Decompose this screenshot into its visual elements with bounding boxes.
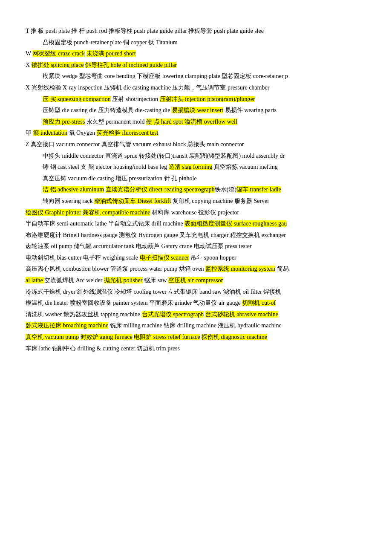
text-line: 模温机 die heater 喷粉室回收设备 painter system 平面… (26, 298, 375, 309)
normal-text: 半自动车床 semi-automatic lathe 半自动立式钻床 drill… (26, 220, 184, 227)
line-prefix: X (26, 62, 30, 68)
line-prefix: W (26, 50, 31, 57)
normal-text: 压铸型 die casting die 压力铸造模具 die-casting d… (43, 107, 172, 113)
text-line: 真空机 vacuum pump 时效炉 aging furnace 电阻炉 st… (26, 332, 375, 343)
highlighted-text: 兼容机 compatible machine (83, 209, 150, 216)
line-prefix: Z (26, 141, 29, 147)
normal-text: 锯床 saw (143, 277, 168, 283)
highlighted-text: 台式光谱仪 spectrograph (142, 311, 204, 318)
normal-text: 真空熔炼 vacuum melting (212, 164, 278, 170)
normal-text (32, 130, 33, 136)
highlighted-text: 硬 点 hard spot 溢流槽 overflow well (146, 119, 237, 125)
normal-text: 材料库 warehouse 投影仪 projector (150, 209, 239, 216)
text-line: 真空压铸 vacuum die casting 增压 pressurizatio… (26, 173, 375, 185)
highlighted-text: 压 实 (43, 96, 58, 102)
highlighted-text: 造渣 slag forming (169, 164, 213, 170)
text-line: 冷冻式干燥机 dryer 红外线测温仪 冷却塔 cooling tower 立式… (26, 286, 375, 298)
normal-text: 铣床 milling machine 钻床 drilling machine 液… (108, 322, 281, 329)
highlighted-text: 压射冲头 injection piston(ram)/plunger (160, 96, 255, 102)
normal-text: 简易 (275, 266, 289, 272)
highlighted-text: squeezing compaction (58, 96, 111, 102)
text-line: 铸 钢 cast steel 支 架 ejector housing/mold … (26, 162, 375, 173)
text-line: T 推 板 push plate 推 杆 push rod 推板导柱 push … (26, 26, 375, 37)
text-line: X 镶拼处 splicing place 斜导柱孔 hole of inclin… (26, 60, 375, 71)
normal-text: 模温机 die heater 喷粉室回收设备 painter system 平面… (26, 300, 242, 306)
text-line: 半自动车床 semi-automatic lathe 半自动立式钻床 drill… (26, 218, 375, 230)
highlighted-text: 卧式液压拉床 (26, 322, 63, 329)
highlighted-text: 绘图仪 (26, 209, 45, 216)
normal-text: 转向器 steering rack (43, 198, 94, 204)
highlighted-text: 罐车 transfer ladle (236, 186, 281, 193)
highlighted-text: 网状裂纹 craze crack (32, 50, 85, 57)
text-line: 电动斜切机 bias cutter 电子秤 weighing scale 电子扫… (26, 252, 375, 264)
normal-text: 铸 钢 cast steel 支 架 ejector housing/mold … (43, 164, 169, 170)
text-line: 楔紧块 wedge 型芯弯曲 core bending 下模座板 lowerin… (26, 71, 375, 82)
highlighted-text: 未浇满 poured short (86, 50, 136, 57)
normal-text: 冷冻式干燥机 dryer 红外线测温仪 冷却塔 cooling tower 立式… (26, 289, 281, 295)
normal-text: 布洛维硬度计 Brinell hardness gauge 测氢仪 Hydrog… (26, 232, 286, 238)
text-line: 绘图仪 Graphic plotter 兼容机 compatible machi… (26, 207, 375, 219)
normal-text: 高压离心风机 combustion blower 管道泵 process wat… (26, 266, 205, 272)
highlighted-text: 直读光谱分析仪 direct-reading spectrograph (106, 186, 215, 193)
text-line: 中接头 middle connector 直浇道 sprue 转接处(转口)tr… (26, 150, 375, 162)
normal-text: 交流弧焊机 Arc welder (44, 277, 104, 283)
highlighted-text: 柴油式传动叉车 Diesel forklift (94, 198, 171, 204)
highlighted-text: broaching machine (63, 322, 109, 329)
normal-text: 车床 lathe 钻削中心 drilling & cutting center … (26, 345, 180, 352)
normal-text: 服务器 Server (234, 198, 269, 204)
highlighted-text: 探伤机 diagnostic machine (202, 334, 267, 340)
highlighted-text: Graphic plotter (45, 209, 81, 216)
highlighted-text: 真空机 (26, 334, 45, 340)
normal-text: 电动斜切机 bias cutter 电子秤 weighing scale (26, 254, 140, 261)
text-line: al lathe 交流弧焊机 Arc welder 抛光机 polisher 锯… (26, 275, 375, 286)
highlighted-text: 洁 铝 (43, 186, 58, 193)
normal-text: 真空接口 vacuum connector 真空排气管 vacuum exhau… (29, 141, 244, 147)
highlighted-text: 痕 indentation (33, 130, 68, 136)
highlighted-text: 时效炉 aging furnace (81, 334, 133, 340)
text-line: 印 痕 indentation 氧 Oxygen 荧光检验 fluorescen… (26, 127, 375, 139)
text-line: 压铸型 die casting die 压力铸造模具 die-casting d… (26, 105, 375, 116)
normal-text: 吊斗 spoon hopper (189, 254, 236, 261)
highlighted-text: 电子扫描仪 scanner (140, 254, 189, 261)
highlighted-text: 切割机 cut-of (242, 300, 276, 306)
highlighted-text: 镶拼处 splicing place (32, 62, 84, 68)
normal-text: 氧 Oxygen (67, 130, 97, 136)
highlighted-text: 斜导柱孔 hole of inclined guide pillar (85, 62, 177, 68)
normal-text: 凸模固定板 punch-retainer plate 铜 copper 钛 Ti… (43, 39, 178, 46)
line-prefix: 印 (26, 130, 32, 136)
text-line: 预应力 pre-stress 永久型 permanent mold 硬 点 ha… (26, 116, 375, 128)
normal-text: 易损件 wearing parts (223, 107, 277, 113)
text-line: Z 真空接口 vacuum connector 真空排气管 vacuum exh… (26, 139, 375, 150)
normal-text: 楔紧块 wedge 型芯弯曲 core bending 下模座板 lowerin… (43, 73, 288, 79)
highlighted-text: pre-stress (62, 119, 85, 125)
highlighted-text: vacuum pump (45, 334, 79, 340)
normal-text: 铁水(渣) (215, 186, 236, 193)
normal-text: 永久型 permanent mold (85, 119, 146, 125)
text-line: 齿轮油泵 oil pump 储气罐 accumulator tank 电动葫芦 … (26, 241, 375, 252)
highlighted-text: 空压机 air compressor (168, 277, 223, 283)
highlighted-text: 荧光检验 fluorescent test (97, 130, 159, 136)
highlighted-text: 易损镶块 wear insert (172, 107, 223, 113)
text-line: X 光射线检验 X-ray inspection 压铸机 die casting… (26, 82, 375, 94)
normal-text: 压射 shot/injection (111, 96, 160, 102)
normal-text: 推 板 push plate 推 杆 push rod 推板导柱 push pl… (29, 28, 264, 34)
normal-text: 齿轮油泵 oil pump 储气罐 accumulator tank 电动葫芦 … (26, 243, 252, 249)
normal-text: 清洗机 washer 散热器攻丝机 tapping machine (26, 311, 142, 318)
highlighted-text: 台式砂轮机 abrasive machine (205, 311, 278, 318)
normal-text: X 光射线检验 X-ray inspection 压铸机 die casting… (26, 84, 269, 91)
highlighted-text: 监控系统 monitoring system (205, 266, 275, 272)
highlighted-text: 电阻炉 stress relief furnace (134, 334, 200, 340)
highlighted-text: 表面粗糙度测量仪 surface roughness gau (184, 220, 287, 227)
highlighted-text: al lathe (26, 277, 44, 283)
text-line: 凸模固定板 punch-retainer plate 铜 copper 钛 Ti… (26, 37, 375, 49)
text-line: 高压离心风机 combustion blower 管道泵 process wat… (26, 263, 375, 275)
text-line: 洁 铝 adhesive aluminum 直读光谱分析仪 direct-rea… (26, 184, 375, 196)
text-line: 车床 lathe 钻削中心 drilling & cutting center … (26, 343, 375, 355)
text-line: W 网状裂纹 craze crack 未浇满 poured short (26, 48, 375, 60)
highlighted-text: adhesive aluminum (58, 186, 104, 193)
text-line: 清洗机 washer 散热器攻丝机 tapping machine 台式光谱仪 … (26, 309, 375, 321)
text-line: 转向器 steering rack 柴油式传动叉车 Diesel forklif… (26, 196, 375, 207)
text-line: 压 实 squeezing compaction 压射 shot/injecti… (26, 94, 375, 105)
text-line: 卧式液压拉床 broaching machine 铣床 milling mach… (26, 320, 375, 332)
main-content: T 推 板 push plate 推 杆 push rod 推板导柱 push … (26, 26, 375, 354)
